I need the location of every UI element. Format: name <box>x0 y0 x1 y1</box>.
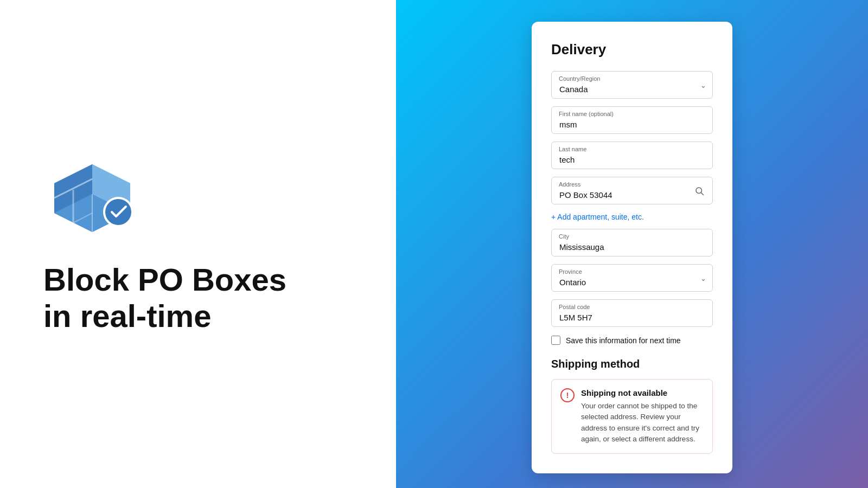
headline: Block PO Boxes in real-time <box>43 262 286 334</box>
address-input[interactable] <box>551 177 713 204</box>
last-name-wrapper: Last name <box>551 142 713 169</box>
postal-code-wrapper: Postal code <box>551 299 713 327</box>
save-info-label[interactable]: Save this information for next time <box>566 336 681 345</box>
warning-icon: ! <box>560 388 575 402</box>
last-name-input[interactable] <box>551 142 713 169</box>
address-wrapper: Address <box>551 177 713 204</box>
city-input[interactable] <box>551 229 713 256</box>
left-panel: Block PO Boxes in real-time <box>0 0 396 488</box>
postal-code-group: Postal code <box>551 299 713 327</box>
shipping-error-content: Shipping not available Your order cannot… <box>581 388 704 445</box>
city-group: City <box>551 229 713 256</box>
postal-code-input[interactable] <box>551 299 713 327</box>
save-info-row: Save this information for next time <box>551 336 713 345</box>
right-panel: Delivery Country/Region Canada ⌄ First n… <box>396 0 868 488</box>
country-region-group: Country/Region Canada ⌄ <box>551 71 713 99</box>
address-group: Address <box>551 177 713 204</box>
logo-container <box>43 153 152 240</box>
last-name-group: Last name <box>551 142 713 169</box>
province-group: Province Ontario ⌄ <box>551 264 713 292</box>
country-region-select[interactable]: Canada <box>551 71 713 99</box>
search-icon <box>694 186 704 196</box>
first-name-wrapper: First name (optional) <box>551 106 713 134</box>
save-info-checkbox[interactable] <box>551 336 560 345</box>
logo-icon <box>43 153 141 235</box>
shipping-method-title: Shipping method <box>551 358 713 370</box>
delivery-title: Delivery <box>551 41 713 58</box>
first-name-input[interactable] <box>551 106 713 134</box>
form-card: Delivery Country/Region Canada ⌄ First n… <box>532 22 732 473</box>
svg-point-10 <box>696 188 702 194</box>
shipping-error-title: Shipping not available <box>581 388 704 397</box>
first-name-group: First name (optional) <box>551 106 713 134</box>
address-search-button[interactable] <box>692 184 706 198</box>
shipping-error-body: Your order cannot be shipped to the sele… <box>581 401 704 445</box>
shipping-not-available-card: ! Shipping not available Your order cann… <box>551 379 713 454</box>
add-apartment-link[interactable]: + Add apartment, suite, etc. <box>551 213 644 221</box>
province-select[interactable]: Ontario <box>551 264 713 292</box>
city-wrapper: City <box>551 229 713 256</box>
svg-point-7 <box>105 199 131 225</box>
svg-line-11 <box>701 192 704 195</box>
